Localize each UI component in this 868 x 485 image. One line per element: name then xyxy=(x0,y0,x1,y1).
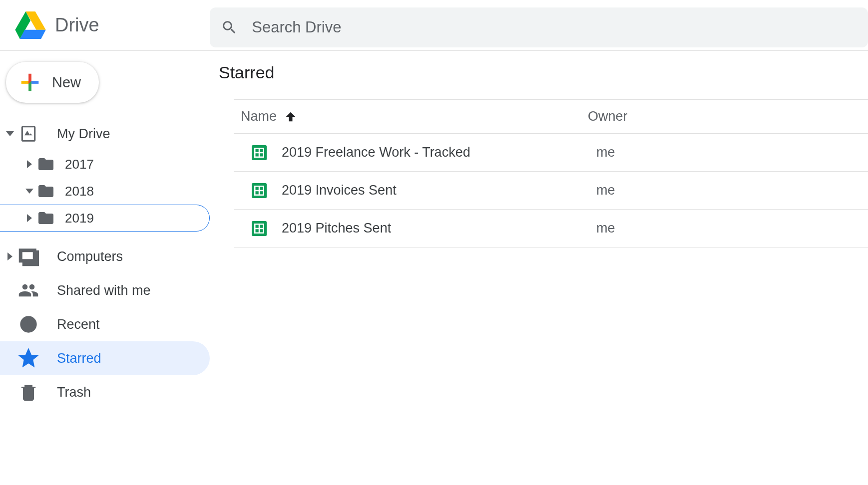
expand-toggle[interactable] xyxy=(22,214,37,222)
column-owner[interactable]: Owner xyxy=(588,109,628,124)
nav-computers[interactable]: Computers xyxy=(0,240,210,273)
folder-2019[interactable]: 2019 xyxy=(0,205,210,232)
main-layout: New My Drive 2017 2018 2019 xyxy=(0,51,868,485)
file-name: 2019 Pitches Sent xyxy=(282,221,596,236)
nav-label: Starred xyxy=(57,351,101,366)
new-button-label: New xyxy=(52,74,81,91)
file-owner: me xyxy=(596,183,615,198)
sheets-icon xyxy=(252,183,267,198)
sheets-icon xyxy=(252,221,267,236)
search-bar[interactable] xyxy=(210,7,868,47)
file-row[interactable]: 2019 Pitches Sent me xyxy=(234,210,868,247)
new-button[interactable]: New xyxy=(6,62,99,103)
file-name: 2019 Freelance Work - Tracked xyxy=(282,145,596,160)
column-name-label: Name xyxy=(241,109,277,124)
column-owner-label: Owner xyxy=(588,109,628,124)
page-title: Starred xyxy=(219,63,868,82)
computers-icon xyxy=(18,246,39,267)
folder-label: 2019 xyxy=(65,211,94,226)
expand-toggle[interactable] xyxy=(22,189,37,194)
folder-2017[interactable]: 2017 xyxy=(0,151,210,178)
expand-toggle[interactable] xyxy=(2,131,18,136)
nav-label: Computers xyxy=(57,249,123,264)
sheets-icon xyxy=(252,145,267,160)
nav-my-drive[interactable]: My Drive xyxy=(0,117,210,151)
nav-label: My Drive xyxy=(57,126,110,142)
nav-label: Trash xyxy=(57,385,91,400)
sidebar: New My Drive 2017 2018 2019 xyxy=(0,51,210,485)
drive-logo-icon xyxy=(15,11,46,39)
file-row[interactable]: 2019 Invoices Sent me xyxy=(234,172,868,210)
my-drive-icon xyxy=(19,124,38,143)
file-row[interactable]: 2019 Freelance Work - Tracked me xyxy=(234,134,868,172)
nav-recent[interactable]: Recent xyxy=(0,307,210,341)
folder-label: 2018 xyxy=(65,184,94,199)
folder-icon xyxy=(37,182,55,200)
search-input[interactable] xyxy=(252,18,857,36)
search-icon xyxy=(221,18,238,36)
trash-icon xyxy=(19,383,38,402)
shared-icon xyxy=(18,280,39,301)
nav-starred[interactable]: Starred xyxy=(0,341,210,375)
folder-label: 2017 xyxy=(65,157,94,172)
table-header: Name Owner xyxy=(234,99,868,134)
nav-label: Recent xyxy=(57,317,100,332)
file-owner: me xyxy=(596,145,615,160)
nav-trash[interactable]: Trash xyxy=(0,375,210,409)
content-area: Starred Name Owner 2019 Freelance Work -… xyxy=(210,51,868,485)
plus-icon xyxy=(17,69,43,95)
sort-ascending-icon xyxy=(284,110,298,124)
header: Drive xyxy=(0,0,868,51)
star-icon xyxy=(18,348,38,368)
folder-icon xyxy=(37,155,55,173)
folder-icon xyxy=(37,209,55,227)
file-name: 2019 Invoices Sent xyxy=(282,183,596,198)
file-owner: me xyxy=(596,221,615,236)
nav-label: Shared with me xyxy=(57,283,151,298)
folder-2018[interactable]: 2018 xyxy=(0,178,210,205)
app-title: Drive xyxy=(55,14,99,36)
expand-toggle[interactable] xyxy=(2,252,18,260)
nav-shared[interactable]: Shared with me xyxy=(0,273,210,307)
column-name[interactable]: Name xyxy=(241,109,588,124)
logo-section[interactable]: Drive xyxy=(0,11,210,39)
recent-icon xyxy=(18,314,38,334)
expand-toggle[interactable] xyxy=(22,160,37,168)
